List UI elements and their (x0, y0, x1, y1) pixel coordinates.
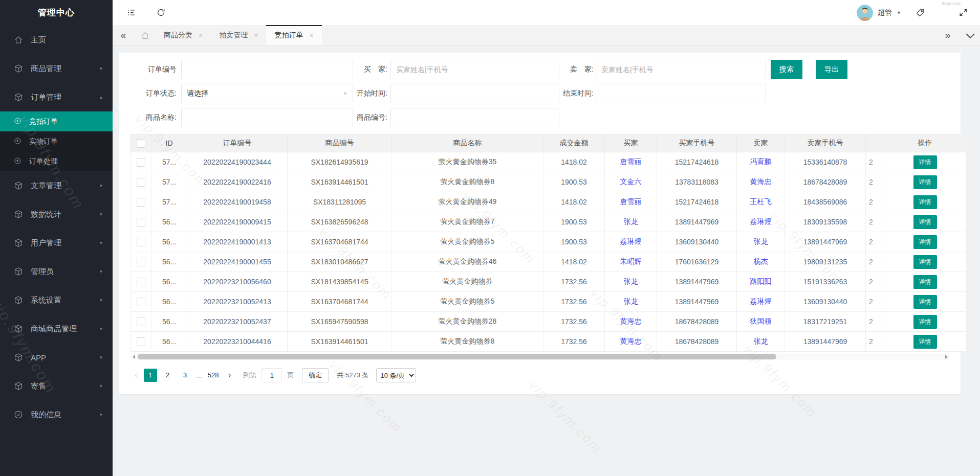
page-number[interactable]: 528 (207, 369, 220, 382)
sidebar-subitem-order-processing[interactable]: 订单处理 (0, 151, 113, 171)
horizontal-scrollbar[interactable] (130, 353, 949, 360)
buyer-link[interactable]: 文金六 (620, 177, 642, 186)
sidebar-item-admins[interactable]: 管理员 ▼ (0, 257, 113, 286)
collapse-menu-icon[interactable] (125, 7, 137, 18)
close-icon[interactable]: × (254, 32, 258, 39)
sidebar-item-goods[interactable]: 商品管理 ▼ (0, 54, 113, 83)
detail-button[interactable]: 详情 (913, 155, 937, 169)
tab-home[interactable] (134, 25, 156, 46)
order-no-input[interactable] (181, 60, 353, 79)
select-all-checkbox[interactable] (137, 139, 145, 148)
tabs-menu-icon[interactable] (959, 25, 980, 46)
goto-page-input[interactable] (262, 368, 282, 382)
sidebar-item-mall-goods[interactable]: 商城商品管理 ▼ (0, 314, 113, 343)
buyer-link[interactable]: 唐雪丽 (620, 157, 642, 166)
detail-button[interactable]: 详情 (913, 235, 937, 249)
scroll-left-arrow-icon[interactable] (130, 353, 137, 360)
close-icon[interactable]: × (199, 32, 203, 39)
refresh-icon[interactable] (155, 7, 166, 18)
page-number[interactable]: 2 (161, 369, 175, 382)
sidebar-item-stats[interactable]: 数据统计 ▼ (0, 200, 113, 229)
page-number[interactable]: 1 (144, 369, 157, 382)
detail-button[interactable]: 详情 (913, 215, 937, 229)
seller-link[interactable]: 张龙 (754, 237, 768, 245)
row-checkbox[interactable] (137, 337, 145, 346)
page-number[interactable]: 3 (179, 369, 192, 382)
tab-goods-category[interactable]: 商品分类 × (156, 25, 211, 46)
scrollbar-thumb[interactable] (138, 354, 776, 359)
detail-button[interactable]: 详情 (913, 195, 937, 209)
sidebar-item-orders[interactable]: 订单管理 ▲ (0, 83, 113, 111)
next-page-icon[interactable]: › (224, 370, 235, 380)
seller-link[interactable]: 荔琳煜 (750, 217, 772, 225)
sidebar-subitem-physical-orders[interactable]: 实物订单 (0, 131, 113, 151)
tabs-scroll-left-icon[interactable]: « (113, 25, 134, 46)
sidebar-subitem-auction-orders[interactable]: 竞拍订单 (0, 111, 113, 131)
fullscreen-icon[interactable] (957, 7, 969, 18)
detail-button[interactable]: 详情 (913, 335, 937, 349)
buyer-input[interactable] (390, 60, 559, 79)
sidebar-item-home[interactable]: 主页 (0, 26, 113, 54)
detail-button[interactable]: 详情 (913, 295, 937, 309)
seller-link[interactable]: 杨杰 (754, 257, 768, 265)
col-id: ID (151, 134, 187, 152)
buyer-link[interactable]: 张龙 (624, 297, 638, 305)
row-checkbox[interactable] (137, 198, 145, 207)
buyer-link[interactable]: 唐雪丽 (620, 197, 642, 206)
seller-link[interactable]: 狄国领 (750, 317, 772, 325)
seller-input[interactable] (596, 60, 766, 79)
row-checkbox[interactable] (137, 178, 145, 187)
detail-button[interactable]: 详情 (913, 275, 937, 289)
row-checkbox[interactable] (137, 218, 145, 226)
row-checkbox[interactable] (137, 318, 145, 326)
product-name-input[interactable] (181, 108, 353, 127)
tag-icon[interactable] (914, 7, 926, 18)
confirm-button[interactable]: 确定 (302, 368, 329, 382)
seller-link[interactable]: 路阳阳 (750, 277, 772, 285)
buyer-link[interactable]: 朱昭辉 (620, 257, 642, 265)
detail-button[interactable]: 详情 (913, 175, 937, 189)
search-button[interactable]: 搜索 (771, 60, 802, 79)
seller-link[interactable]: 荔琳煜 (750, 297, 772, 305)
row-checkbox[interactable] (137, 238, 145, 246)
cell-buyer-phone: 13891447969 (657, 272, 737, 292)
seller-link[interactable]: 冯育鹏 (750, 157, 772, 166)
order-status-select[interactable]: 请选择 ▼ (181, 84, 353, 103)
row-checkbox[interactable] (137, 298, 145, 306)
tabs-scroll-right-icon[interactable]: » (937, 25, 959, 46)
sidebar-item-settings[interactable]: 系统设置 ▼ (0, 286, 113, 314)
seller-link[interactable]: 黄海忠 (750, 177, 772, 186)
end-time-input[interactable] (596, 84, 766, 103)
buyer-link[interactable]: 黄海忠 (620, 317, 642, 325)
detail-button[interactable]: 详情 (913, 255, 937, 269)
start-time-input[interactable] (390, 84, 559, 103)
seller-link[interactable]: 王杜飞 (750, 197, 772, 206)
prev-page-icon[interactable]: ‹ (130, 370, 142, 380)
scroll-right-arrow-icon[interactable] (943, 353, 949, 360)
row-checkbox[interactable] (137, 158, 145, 167)
tab-label: 拍卖管理 (219, 31, 248, 40)
sidebar-item-my-info[interactable]: 我的信息 ▼ (0, 400, 113, 429)
per-page-select[interactable]: 10 条/页 (376, 368, 416, 382)
sidebar-item-app[interactable]: APP ▼ (0, 343, 113, 372)
export-button[interactable]: 导出 (816, 60, 847, 79)
sidebar-item-users[interactable]: 用户管理 ▼ (0, 229, 113, 257)
row-checkbox[interactable] (137, 258, 145, 266)
user-menu[interactable]: 超管 ▼ (857, 5, 901, 21)
detail-button[interactable]: 详情 (913, 315, 937, 329)
buyer-link[interactable]: 张龙 (624, 217, 638, 225)
close-icon[interactable]: × (309, 32, 313, 39)
seller-link[interactable]: 张龙 (754, 337, 768, 345)
product-no-input[interactable] (390, 108, 559, 127)
cell-product-no: SX181439854145 (288, 272, 392, 292)
sidebar-item-articles[interactable]: 文章管理 ▼ (0, 171, 113, 200)
row-checkbox[interactable] (137, 278, 145, 286)
buyer-link[interactable]: 张龙 (624, 277, 638, 285)
product-no-label: 商品编号: (353, 113, 387, 122)
tab-auction-manage[interactable]: 拍卖管理 × (211, 25, 266, 46)
cell-product-name: 萤火黄金购物券5 (392, 232, 543, 252)
buyer-link[interactable]: 荔琳煜 (620, 237, 642, 245)
tab-auction-orders[interactable]: 竞拍订单 × (266, 25, 321, 46)
sidebar-item-consign[interactable]: 寄售 ▼ (0, 372, 113, 400)
buyer-link[interactable]: 黄海忠 (620, 337, 642, 345)
